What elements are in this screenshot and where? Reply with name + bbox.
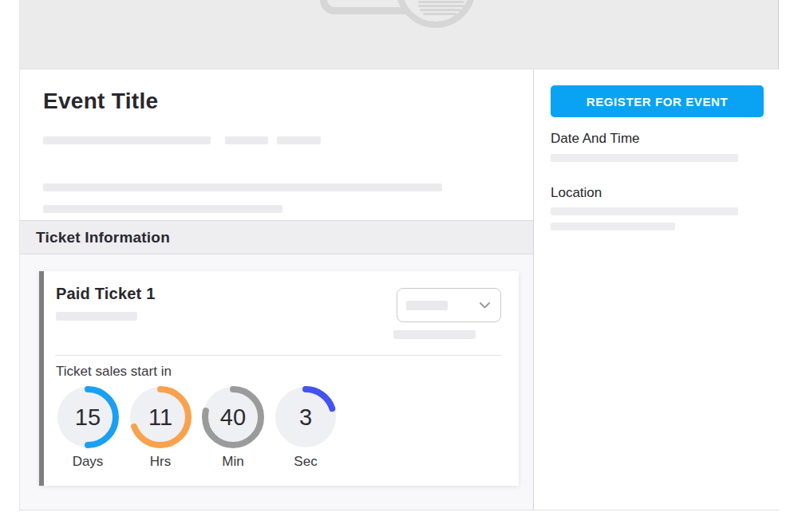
placeholder-bar	[277, 136, 321, 144]
divider	[55, 355, 502, 356]
countdown-hours: 11 Hrs	[129, 386, 192, 470]
countdown-unit: Days	[57, 454, 119, 470]
countdown-value: 15	[57, 386, 119, 448]
countdown-dial: 3	[275, 386, 337, 448]
location-label: Location	[551, 185, 764, 201]
placeholder-bar	[406, 301, 448, 310]
event-banner	[20, 0, 778, 69]
countdown-row: 15 Days 11 H	[57, 386, 337, 470]
countdown-label: Ticket sales start in	[56, 364, 172, 380]
countdown-dial: 40	[202, 386, 264, 448]
placeholder-bar	[393, 330, 476, 339]
date-and-time-label: Date And Time	[551, 131, 764, 147]
register-button[interactable]: REGISTER FOR EVENT	[551, 85, 764, 117]
countdown-unit: Min	[202, 454, 264, 470]
ticket-card: Paid Ticket 1 Ticket sales start in	[39, 271, 519, 486]
countdown-value: 40	[202, 386, 264, 448]
ticket-quantity-select[interactable]	[397, 288, 501, 322]
countdown-value: 11	[129, 386, 192, 448]
icon-line	[418, 1, 464, 3]
page-title: Event Title	[43, 89, 533, 114]
icon-line	[423, 13, 456, 15]
event-page: Event Title Ticket Information Paid Tick…	[19, 0, 779, 510]
countdown-unit: Sec	[275, 454, 337, 470]
countdown-dial: 11	[129, 386, 192, 448]
placeholder-bar	[551, 154, 738, 162]
ticket-information-header: Ticket Information	[20, 220, 533, 254]
event-meta-placeholders	[43, 136, 533, 144]
section-title: Ticket Information	[36, 229, 170, 246]
placeholder-bar	[551, 223, 675, 231]
placeholder-bar	[43, 136, 211, 144]
countdown-minutes: 40 Min	[202, 386, 264, 470]
placeholder-bar	[551, 207, 738, 215]
placeholder-bar	[56, 312, 137, 321]
countdown-unit: Hrs	[129, 454, 192, 470]
ticket-name: Paid Ticket 1	[56, 285, 156, 303]
sidebar: REGISTER FOR EVENT Date And Time Locatio…	[534, 69, 779, 510]
countdown-days: 15 Days	[57, 386, 119, 470]
countdown-seconds: 3 Sec	[275, 386, 337, 470]
placeholder-bar	[225, 136, 268, 144]
chevron-down-icon	[478, 298, 492, 312]
ticket-section: Paid Ticket 1 Ticket sales start in	[20, 254, 533, 510]
placeholder-bar	[43, 205, 282, 213]
main-column: Event Title Ticket Information Paid Tick…	[20, 69, 534, 510]
event-header: Event Title	[20, 69, 533, 220]
countdown-value: 3	[275, 386, 337, 448]
icon-line	[418, 5, 464, 7]
countdown-dial: 15	[57, 386, 119, 448]
placeholder-bar	[43, 183, 442, 191]
icon-line	[420, 9, 461, 11]
